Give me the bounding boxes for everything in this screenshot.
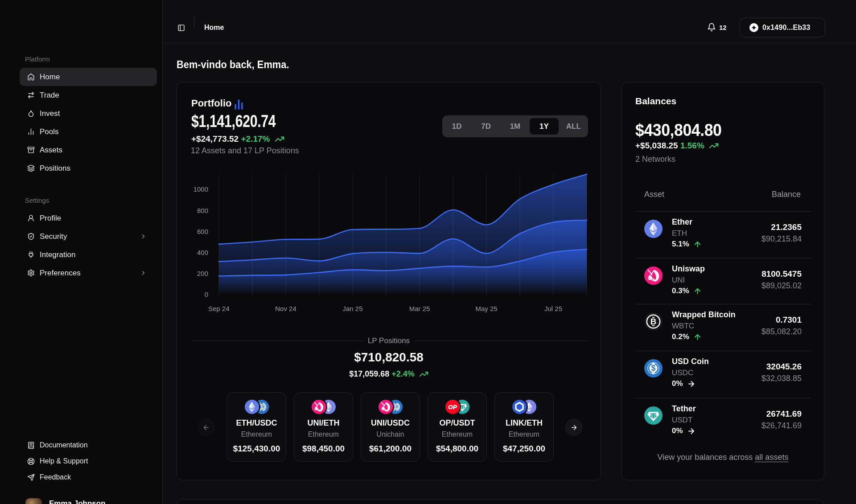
svg-text:Nov 24: Nov 24 xyxy=(275,305,296,312)
svg-text:Jan 25: Jan 25 xyxy=(342,305,362,312)
svg-text:Sep 24: Sep 24 xyxy=(208,305,230,312)
svg-text:OP: OP xyxy=(448,404,457,410)
svg-text:May 25: May 25 xyxy=(475,305,497,312)
svg-text:$: $ xyxy=(394,404,397,410)
svg-text:1000: 1000 xyxy=(193,185,208,193)
svg-text:Jul 25: Jul 25 xyxy=(544,305,562,312)
svg-text:Mar 25: Mar 25 xyxy=(409,305,430,312)
svg-text:$: $ xyxy=(260,404,263,410)
svg-text:0: 0 xyxy=(205,291,208,298)
svg-text:800: 800 xyxy=(197,207,208,214)
svg-text:600: 600 xyxy=(197,228,208,235)
svg-text:200: 200 xyxy=(197,270,208,277)
svg-text:$: $ xyxy=(651,364,656,373)
svg-text:400: 400 xyxy=(197,249,208,256)
svg-text:B: B xyxy=(650,317,657,326)
